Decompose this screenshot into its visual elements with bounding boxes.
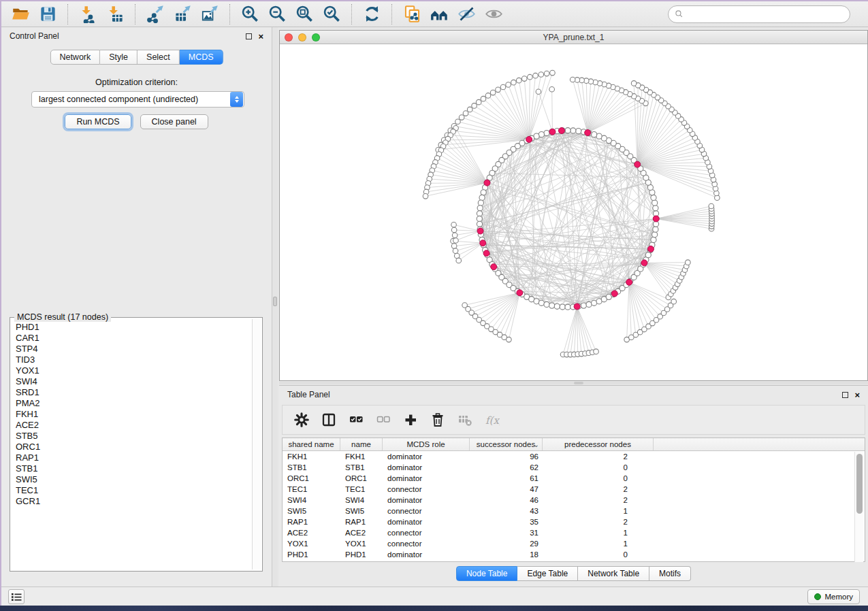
mcds-hub-node[interactable] [626,279,632,285]
mcds-hub-node[interactable] [647,246,654,252]
table-row[interactable]: FKH1FKH1dominator962 [283,451,865,462]
network-node[interactable] [549,303,555,308]
column-header-successor-nodes[interactable]: successor nodes⌄ [470,438,543,450]
network-node[interactable] [544,130,549,135]
first-neighbors-button[interactable] [425,3,453,26]
column-header-MCDS-role[interactable]: MCDS role [383,438,470,450]
zoom-window-icon[interactable] [312,33,320,42]
mcds-hub-node[interactable] [611,291,617,297]
network-node[interactable] [467,107,472,112]
network-node[interactable] [653,205,658,211]
table-row[interactable]: YOX1YOX1connector291 [283,538,865,549]
export-network-button[interactable] [142,3,169,26]
network-node[interactable] [539,300,544,306]
network-node[interactable] [423,194,428,199]
network-node[interactable] [463,111,468,116]
network-node[interactable] [481,96,486,101]
zoom-fit-button[interactable] [291,3,318,26]
network-node[interactable] [496,87,501,93]
network-node[interactable] [451,227,457,233]
network-node[interactable] [451,244,457,249]
network-node[interactable] [477,205,483,211]
network-node[interactable] [459,115,464,120]
float-panel-icon[interactable] [842,392,848,398]
network-node[interactable] [451,222,457,227]
table-row[interactable]: TEC1TEC1connector472 [283,484,865,495]
mcds-result-item[interactable]: TEC1 [16,485,251,496]
mcds-result-item[interactable]: PHD1 [16,322,251,333]
export-image-button[interactable] [196,3,223,26]
network-node[interactable] [671,299,677,304]
tab-mcds[interactable]: MCDS [180,50,223,65]
mcds-hub-node[interactable] [634,161,641,167]
close-window-icon[interactable] [285,33,293,42]
network-node[interactable] [455,119,461,125]
network-node[interactable] [592,132,597,137]
hide-selected-button[interactable] [453,3,480,26]
network-node[interactable] [652,200,658,205]
mcds-result-item[interactable]: FKH1 [16,409,251,420]
close-panel-icon[interactable]: × [854,392,860,398]
network-node[interactable] [516,78,521,83]
network-node[interactable] [653,227,658,232]
mcds-hub-node[interactable] [574,303,580,310]
optimization-criterion-select[interactable]: largest connected component (undirected) [31,91,244,108]
tab-select[interactable]: Select [138,50,180,65]
refresh-view-button[interactable] [358,3,385,26]
mcds-hub-node[interactable] [484,180,490,186]
network-node[interactable] [554,303,560,309]
horizontal-splitter[interactable] [279,382,868,384]
network-node[interactable] [481,190,486,195]
network-node[interactable] [476,99,481,105]
mcds-hub-node[interactable] [653,216,659,222]
zoom-in-button[interactable] [236,3,263,26]
deselect-all-rows-button[interactable] [371,408,396,432]
column-header-name[interactable]: name [340,438,383,450]
show-all-button[interactable] [480,3,507,26]
close-panel-icon[interactable]: × [258,33,263,39]
network-node[interactable] [536,89,541,95]
mcds-result-item[interactable]: YOX1 [16,365,251,376]
column-header-predecessor-nodes[interactable]: predecessor nodes [543,438,654,450]
splitter-handle[interactable] [273,297,277,306]
network-node[interactable] [651,237,656,242]
table-row[interactable]: PHD1PHD1dominator180 [283,549,865,560]
mcds-hub-node[interactable] [491,264,497,270]
network-node[interactable] [490,90,496,95]
mcds-result-item[interactable]: SWI5 [16,474,251,485]
save-session-button[interactable] [34,3,61,26]
network-node[interactable] [472,103,477,109]
network-node[interactable] [550,70,556,76]
tab-network-table[interactable]: Network Table [578,566,649,581]
table-row[interactable]: ACE2ACE2connector311 [283,527,865,538]
table-scrollbar-thumb[interactable] [856,454,863,514]
new-network-from-selection-button[interactable] [398,3,425,26]
network-node[interactable] [544,71,549,76]
network-node[interactable] [485,93,491,99]
network-node[interactable] [565,304,570,310]
mcds-result-item[interactable]: SRD1 [16,387,251,398]
mcds-hub-node[interactable] [549,129,556,135]
network-node[interactable] [686,260,691,265]
tab-motifs[interactable]: Motifs [649,566,691,581]
mcds-hub-node[interactable] [483,250,489,257]
search-input[interactable] [688,10,843,19]
open-file-button[interactable] [7,3,34,26]
table-row[interactable]: ORC1ORC1dominator610 [283,473,865,484]
tab-style[interactable]: Style [100,50,138,65]
network-node[interactable] [709,203,714,209]
import-network-button[interactable] [74,3,101,26]
network-node[interactable] [565,128,570,133]
table-row[interactable]: STB1STB1dominator620 [283,462,865,473]
network-node[interactable] [500,84,506,90]
mcds-result-item[interactable]: RAP1 [16,452,251,463]
import-table-button[interactable] [101,3,129,26]
network-graph[interactable] [280,45,867,380]
tab-edge-table[interactable]: Edge Table [517,566,578,581]
mcds-hub-node[interactable] [477,228,483,234]
network-node[interactable] [477,221,482,227]
table-row[interactable]: SWI4SWI4dominator462 [283,495,865,506]
zoom-out-button[interactable] [263,3,291,26]
splitter-handle[interactable] [574,382,583,384]
mcds-hub-node[interactable] [558,128,564,134]
